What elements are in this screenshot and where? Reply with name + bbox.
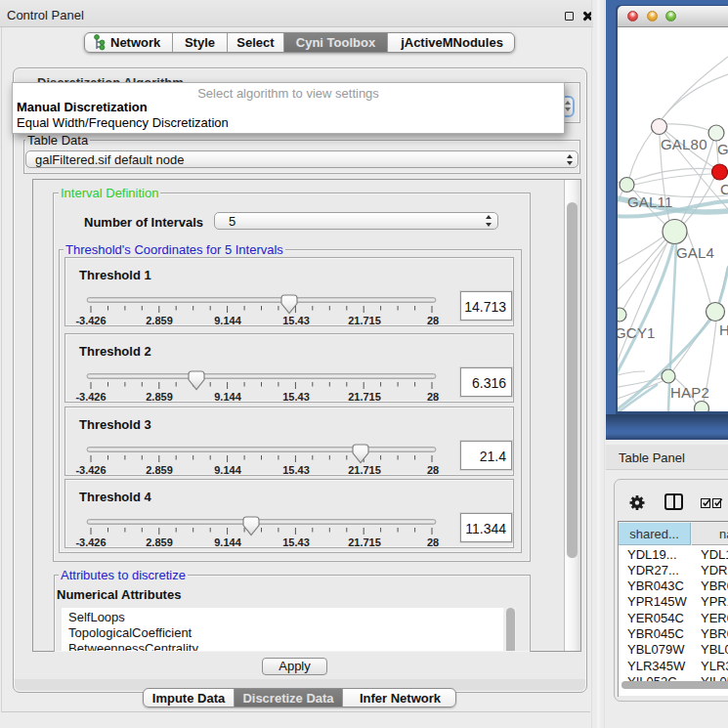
svg-text:H: H [719,321,728,338]
svg-text:GAL: GAL [717,141,728,157]
svg-text:GAL4: GAL4 [676,244,714,261]
svg-text:HAP2: HAP2 [670,384,709,401]
svg-text:GAL11: GAL11 [627,193,673,210]
svg-text:GAL80: GAL80 [661,136,707,152]
svg-text:C: C [720,181,728,197]
svg-text:GCY1: GCY1 [618,324,656,341]
